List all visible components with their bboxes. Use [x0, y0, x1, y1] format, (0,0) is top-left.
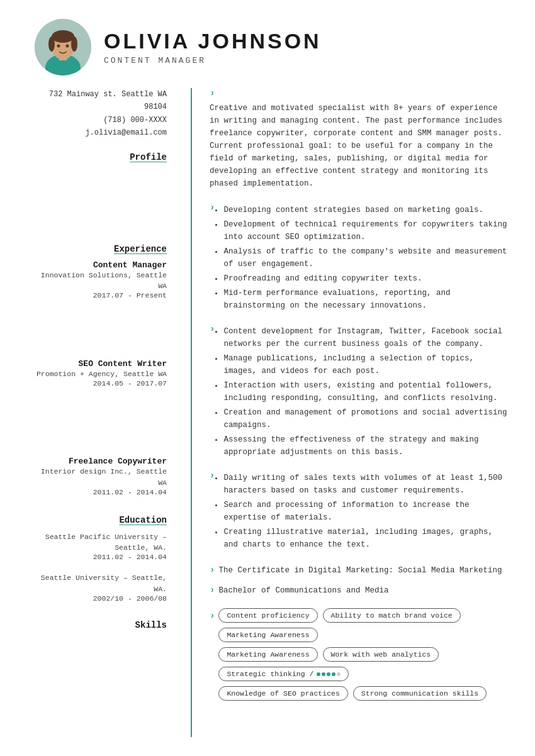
- profile-header-row: ›: [210, 88, 510, 98]
- bullet-3-2: Search and processing of information to …: [223, 499, 510, 524]
- exp-arrow-2: ›: [210, 324, 215, 334]
- skill-web-analytics: Work with web analytics: [323, 647, 439, 662]
- email: j.olivia@email.com: [35, 126, 167, 139]
- edu-degree-1: The Certificate in Digital Marketing: So…: [218, 564, 502, 577]
- job-company-1: Innovation Solutions, Seattle WA: [35, 270, 167, 292]
- skill-label: Marketing Awareness: [227, 631, 309, 639]
- job-dates-1: 2017.07 - Present: [35, 291, 167, 299]
- edu-dates-2: 2002/10 - 2006/08: [35, 594, 167, 603]
- edu-degree-2: Bachelor of Communications and Media: [218, 584, 388, 597]
- header-info: OLIVIA JOHNSON CONTENT MANAGER: [104, 29, 510, 65]
- profile-section: › Creative and motivated specialist with…: [210, 88, 510, 190]
- skill-brand-voice: Ability to match brand voice: [323, 608, 461, 623]
- edu-dates-1: 2011.02 - 2014.04: [35, 553, 167, 561]
- skill-label: Work with web analytics: [331, 650, 431, 659]
- job-title-1: Content Manager: [35, 260, 167, 270]
- dot-3: [327, 672, 330, 676]
- skills-tags-container: Content proficiency Ability to match bra…: [218, 608, 510, 706]
- job-2-bullet-list: Content development for Instagram, Twitt…: [223, 325, 510, 460]
- right-column: › Creative and motivated specialist with…: [203, 88, 510, 737]
- job-bullets-1: › Developing content strategies based on…: [210, 201, 510, 314]
- edu-school-1: Seattle Pacific University – Seattle, WA…: [35, 531, 167, 553]
- job-entry-3: Freelance Copywriter Interior design Inc…: [35, 457, 167, 496]
- skill-label: Strong communication skills: [361, 689, 478, 698]
- candidate-name: OLIVIA JOHNSON: [104, 29, 510, 53]
- skills-row-1: Content proficiency Ability to match bra…: [218, 608, 510, 642]
- dot-4: [332, 672, 335, 676]
- bullet-1-1: Developing content strategies based on m…: [223, 204, 510, 216]
- profile-text: Creative and motivated specialist with 8…: [210, 102, 510, 190]
- skill-dots: [317, 672, 341, 676]
- resume-page: OLIVIA JOHNSON CONTENT MANAGER 732 Mainw…: [0, 0, 535, 756]
- phone: (718) 000-XXXX: [35, 114, 167, 126]
- skill-label: Strategic thinking /: [227, 670, 313, 678]
- skill-label: Knowledge of SEO practices: [227, 689, 339, 698]
- skill-label: Ability to match brand voice: [331, 611, 453, 620]
- profile-section-label: Profile: [35, 152, 167, 162]
- skill-label: Marketing Awareness: [227, 650, 309, 659]
- header: OLIVIA JOHNSON CONTENT MANAGER: [0, 0, 535, 88]
- skills-content: › Content proficiency Ability to match b…: [210, 608, 510, 706]
- avatar: [35, 19, 91, 75]
- svg-point-4: [52, 30, 74, 43]
- bullet-3-1: Daily writing of sales texts with volume…: [223, 472, 510, 497]
- edu-right-2: › Bachelor of Communications and Media: [210, 584, 510, 597]
- main-content: 732 Mainway st. Seattle WA 98104 (718) 0…: [0, 88, 535, 756]
- skills-section-label: Skills: [35, 620, 167, 630]
- dot-2: [322, 672, 325, 676]
- left-column: 732 Mainway st. Seattle WA 98104 (718) 0…: [35, 88, 179, 737]
- edu-arrow-2: ›: [210, 585, 215, 595]
- dot-1: [317, 672, 320, 676]
- skill-strategic-thinking: Strategic thinking /: [218, 667, 349, 681]
- svg-point-7: [57, 45, 60, 48]
- job-dates-2: 2014.05 - 2017.07: [35, 379, 167, 387]
- bullet-3-3: Creating illustrative material, includin…: [223, 526, 510, 551]
- job-entry-2: SEO Content Writer Promotion + Agency, S…: [35, 359, 167, 387]
- edu-school-2: Seattle University – Seattle, WA.: [35, 572, 167, 594]
- skill-marketing-awareness-2: Marketing Awareness: [218, 647, 317, 662]
- bullet-1-2: Development of technical requirements fo…: [223, 218, 510, 243]
- exp-arrow-3: ›: [210, 470, 215, 481]
- skill-seo-practices: Knowledge of SEO practices: [218, 686, 347, 701]
- job-company-3: Interior design Inc., Seattle WA: [35, 466, 167, 488]
- profile-arrow: ›: [210, 88, 215, 98]
- skills-row-2: Marketing Awareness Work with web analyt…: [218, 647, 510, 681]
- bullet-1-3: Analysis of traffic to the company's web…: [223, 245, 510, 270]
- bullet-2-3: Interaction with users, existing and pot…: [223, 379, 510, 404]
- experience-section-label: Experience: [35, 244, 167, 254]
- skill-content-proficiency: Content proficiency: [218, 608, 317, 623]
- contact-info: 732 Mainway st. Seattle WA 98104 (718) 0…: [35, 88, 167, 140]
- job-bullets-2: › Content development for Instagram, Twi…: [210, 323, 510, 460]
- skills-section: › Content proficiency Ability to match b…: [210, 608, 510, 706]
- job-entry-1: Content Manager Innovation Solutions, Se…: [35, 260, 167, 300]
- job-title-3: Freelance Copywriter: [35, 457, 167, 466]
- bullet-1-5: Mid-term performance evaluations, report…: [223, 287, 510, 312]
- skill-label: Content proficiency: [227, 611, 309, 620]
- svg-point-8: [66, 45, 69, 48]
- education-section: › The Certificate in Digital Marketing: …: [210, 564, 510, 597]
- vertical-divider: [191, 88, 192, 737]
- job-bullets-3: › Daily writing of sales texts with volu…: [210, 469, 510, 553]
- bullet-1-4: Proofreading and editing copywriter text…: [223, 272, 510, 285]
- exp-arrow-1: ›: [210, 203, 215, 213]
- skill-communication: Strong communication skills: [353, 686, 487, 701]
- svg-point-6: [71, 36, 77, 52]
- job-company-2: Promotion + Agency, Seattle WA: [35, 369, 167, 379]
- education-section-label: Education: [35, 515, 167, 525]
- job-dates-3: 2011.02 - 2014.04: [35, 488, 167, 496]
- bullet-2-1: Content development for Instagram, Twitt…: [223, 325, 510, 350]
- edu-right-1: › The Certificate in Digital Marketing: …: [210, 564, 510, 577]
- dot-5: [337, 672, 341, 676]
- skills-arrow: ›: [210, 611, 215, 621]
- skills-row-3: Knowledge of SEO practices Strong commun…: [218, 686, 510, 701]
- bullet-2-5: Assessing the effectiveness of the strat…: [223, 433, 510, 459]
- experience-section: › Developing content strategies based on…: [210, 201, 510, 553]
- job-title-2: SEO Content Writer: [35, 359, 167, 369]
- job-1-bullet-list: Developing content strategies based on m…: [223, 204, 510, 314]
- bullet-2-4: Creation and management of promotions an…: [223, 406, 510, 431]
- bullet-2-2: Manage publications, including a selecti…: [223, 352, 510, 377]
- job-3-bullet-list: Daily writing of sales texts with volume…: [223, 472, 510, 553]
- edu-entry-2: Seattle University – Seattle, WA. 2002/1…: [35, 572, 167, 603]
- skill-marketing-awareness-1: Marketing Awareness: [218, 628, 317, 642]
- svg-point-5: [48, 36, 55, 52]
